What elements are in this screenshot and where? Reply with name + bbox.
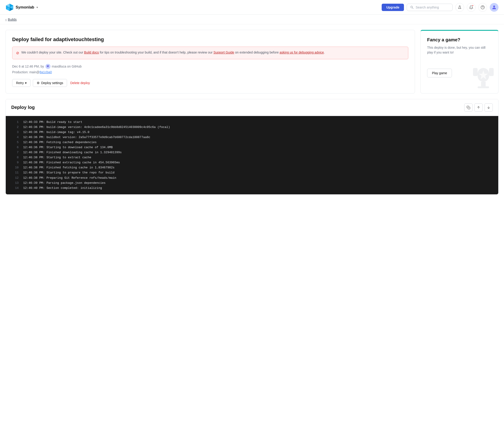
line-text: 12:46:39 PM: Parsing package.json depend… [23, 181, 106, 186]
svg-rect-9 [473, 68, 477, 76]
line-number: 2 [9, 125, 18, 130]
error-middle2: on extended debugging before [234, 51, 279, 54]
help-button[interactable] [478, 3, 487, 12]
log-line: 912:46:38 PM: Finished extracting cache … [6, 160, 498, 165]
branch-label: Production: main@ [12, 70, 39, 74]
line-number: 5 [9, 140, 18, 145]
error-icon: ⊘ [16, 50, 19, 56]
logo-name: Symonlab [16, 5, 34, 10]
log-line: 812:46:38 PM: Starting to extract cache [6, 155, 498, 160]
error-message-prefix: We couldn't deploy your site. Check out … [21, 51, 84, 54]
deploy-date: Dec 6 at 12:46 PM, by [12, 65, 44, 68]
line-number: 14 [9, 186, 18, 191]
settings-gear-icon: ⚙ [37, 81, 40, 85]
delete-deploy-button[interactable]: Delete deploy [69, 79, 91, 87]
settings-label: Deploy settings [41, 81, 63, 85]
svg-point-7 [493, 6, 495, 7]
log-line: 612:46:36 PM: Starting to download cache… [6, 145, 498, 150]
logo-area[interactable]: Symonlab ▾ [6, 3, 38, 11]
log-line: 1012:46:38 PM: Finished fetching cache i… [6, 165, 498, 170]
arrow-down-icon [487, 106, 490, 109]
line-number: 6 [9, 145, 18, 150]
log-scroll-down-button[interactable] [485, 103, 493, 112]
deploy-branch: Production: main@8a1cba0 [12, 70, 408, 74]
line-text: 12:46:38 PM: Finished downloading cache … [23, 150, 122, 155]
deploy-settings-button[interactable]: ⚙ Deploy settings [33, 79, 67, 87]
game-title: Fancy a game? [427, 37, 492, 43]
breadcrumb-link[interactable]: ‹ Builds [6, 18, 17, 21]
retry-chevron-icon: ▾ [25, 81, 27, 85]
arrow-up-icon [477, 106, 480, 109]
breadcrumb-arrow-icon: ‹ [6, 18, 6, 21]
line-text: 12:46:36 PM: build-image tag: v4.15.0 [23, 130, 90, 135]
notification-dot [472, 5, 474, 6]
log-line: 1212:46:38 PM: Preparing Git Reference r… [6, 176, 498, 181]
svg-rect-12 [477, 86, 489, 88]
line-text: 12:46:38 PM: Starting to extract cache [23, 155, 91, 160]
search-bar[interactable]: Search anything [407, 4, 453, 11]
line-number: 13 [9, 181, 18, 186]
line-text: 12:46:36 PM: Starting to download cache … [23, 145, 113, 150]
build-docs-link[interactable]: Build docs [84, 51, 99, 54]
upgrade-button[interactable]: Upgrade [382, 4, 404, 11]
game-card: Fancy a game? This deploy is done, but h… [421, 30, 498, 93]
logo-icon [6, 3, 14, 11]
app-header: Symonlab ▾ Upgrade Search anything [0, 0, 504, 15]
retry-button[interactable]: Retry ▾ [12, 79, 30, 87]
play-game-button[interactable]: Play game [427, 69, 452, 77]
line-text: 12:46:36 PM: build-image version: 4c0c1c… [23, 125, 170, 130]
log-line: 412:46:36 PM: buildbot version: 2a5a77f3… [6, 135, 498, 140]
log-line: 312:46:36 PM: build-image tag: v4.15.0 [6, 130, 498, 135]
line-number: 8 [9, 155, 18, 160]
deploy-log-section: Deploy log 112:46:33 PM: Build ready [6, 99, 498, 195]
search-icon [410, 6, 414, 9]
main-content: Deploy failed for adaptivetouchtesting ⊘… [0, 24, 504, 99]
error-banner: ⊘ We couldn't deploy your site. Check ou… [12, 47, 408, 59]
deploy-card: Deploy failed for adaptivetouchtesting ⊘… [6, 30, 415, 93]
line-text: 12:46:36 PM: Fetching cached dependencie… [23, 140, 97, 145]
line-text: 12:46:38 PM: Starting to prepare the rep… [23, 170, 115, 175]
search-placeholder: Search anything [416, 6, 439, 9]
svg-rect-11 [481, 82, 486, 86]
debugging-advice-link[interactable]: asking us for debugging advice [279, 51, 324, 54]
line-number: 7 [9, 150, 18, 155]
deploy-meta: Dec 6 at 12:46 PM, by M maxdiluca on Git… [12, 64, 408, 69]
log-scroll-up-button[interactable] [474, 103, 483, 112]
breadcrumb-label: Builds [8, 18, 17, 21]
error-middle1: for tips on troubleshooting your build, … [99, 51, 213, 54]
logo-chevron-icon: ▾ [36, 6, 38, 9]
log-actions [464, 103, 493, 112]
log-header: Deploy log [6, 99, 498, 116]
line-number: 4 [9, 135, 18, 140]
avatar-image [491, 5, 497, 10]
branch-hash-link[interactable]: 8a1cba0 [39, 70, 52, 74]
support-guide-link[interactable]: Support Guide [213, 51, 234, 54]
line-number: 12 [9, 176, 18, 181]
log-copy-button[interactable] [464, 103, 473, 112]
log-line: 1412:46:40 PM: Section completed: initia… [6, 186, 498, 191]
log-line: 112:46:33 PM: Build ready to start [6, 120, 498, 125]
line-text: 12:46:38 PM: Finished extracting cache i… [23, 160, 120, 165]
copy-icon [467, 106, 470, 109]
author-avatar: M [45, 64, 51, 69]
breadcrumb-bar: ‹ Builds [0, 15, 504, 24]
bell-button[interactable] [467, 3, 476, 12]
log-line: 212:46:36 PM: build-image version: 4c0c1… [6, 125, 498, 130]
error-text: We couldn't deploy your site. Check out … [21, 50, 325, 56]
line-text: 12:46:38 PM: Finished fetching cache in … [23, 165, 115, 170]
svg-rect-14 [468, 107, 470, 109]
flask-icon [458, 5, 462, 9]
error-end: . [324, 51, 325, 54]
avatar[interactable] [490, 3, 498, 12]
log-line: 1312:46:39 PM: Parsing package.json depe… [6, 181, 498, 186]
line-text: 12:46:40 PM: Section completed: initiali… [23, 186, 102, 191]
line-text: 12:46:38 PM: Preparing Git Reference ref… [23, 176, 116, 181]
log-line: 512:46:36 PM: Fetching cached dependenci… [6, 140, 498, 145]
game-graphic [468, 66, 498, 93]
flask-button[interactable] [455, 3, 464, 12]
game-description: This deploy is done, but hey, you can st… [427, 45, 492, 55]
log-title: Deploy log [11, 105, 464, 110]
retry-label: Retry [16, 81, 24, 85]
actions-row: Retry ▾ ⚙ Deploy settings Delete deploy [12, 79, 408, 87]
svg-rect-10 [489, 68, 494, 76]
